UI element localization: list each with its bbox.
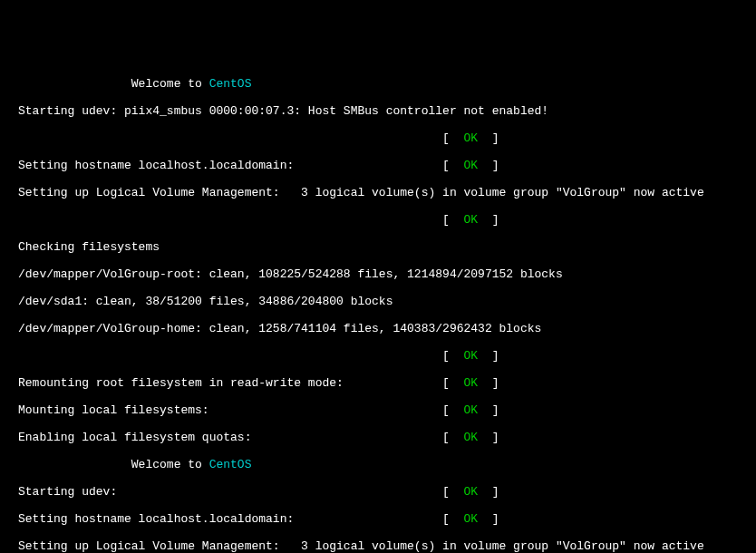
ok-status: OK <box>463 131 478 145</box>
udev-piix-line: Starting udev: piix4_smbus 0000:00:07.3:… <box>18 104 738 118</box>
enable-quota-line: Enabling local filesystem quotas: [ OK ] <box>18 431 738 444</box>
status-line: [ OK ] <box>18 213 738 227</box>
welcome-line-1: Welcome to CentOS <box>18 77 738 91</box>
ok-status: OK <box>463 376 478 390</box>
ok-status: OK <box>463 213 478 227</box>
welcome-prefix: Welcome to <box>18 458 209 471</box>
remount-line: Remounting root filesystem in read-write… <box>18 376 738 390</box>
ok-status: OK <box>463 159 478 172</box>
status-line: [ OK ] <box>18 349 738 363</box>
ok-status: OK <box>463 431 478 444</box>
ok-status: OK <box>463 485 478 499</box>
ok-status: OK <box>463 403 478 417</box>
lvm-line: Setting up Logical Volume Management: 3 … <box>18 186 738 199</box>
ok-status: OK <box>463 349 478 363</box>
os-name: CentOS <box>209 458 252 471</box>
checking-fs-line: Checking filesystems <box>18 240 738 254</box>
fs-sda1-line: /dev/sda1: clean, 38/51200 files, 34886/… <box>18 295 738 308</box>
welcome-line-2: Welcome to CentOS <box>18 458 738 471</box>
fs-root-line: /dev/mapper/VolGroup-root: clean, 108225… <box>18 267 738 281</box>
lvm-line-2: Setting up Logical Volume Management: 3 … <box>18 539 738 553</box>
hostname-line: Setting hostname localhost.localdomain: … <box>18 159 738 172</box>
ok-status: OK <box>463 512 478 526</box>
udev-start-line: Starting udev: [ OK ] <box>18 485 738 499</box>
fs-home-line: /dev/mapper/VolGroup-home: clean, 1258/7… <box>18 322 738 335</box>
status-line: [ OK ] <box>18 131 738 145</box>
mount-local-line: Mounting local filesystems: [ OK ] <box>18 403 738 417</box>
hostname-line-2: Setting hostname localhost.localdomain: … <box>18 512 738 526</box>
os-name: CentOS <box>209 77 252 91</box>
boot-console: Welcome to CentOS Starting udev: piix4_s… <box>18 63 738 553</box>
welcome-prefix: Welcome to <box>18 77 209 91</box>
